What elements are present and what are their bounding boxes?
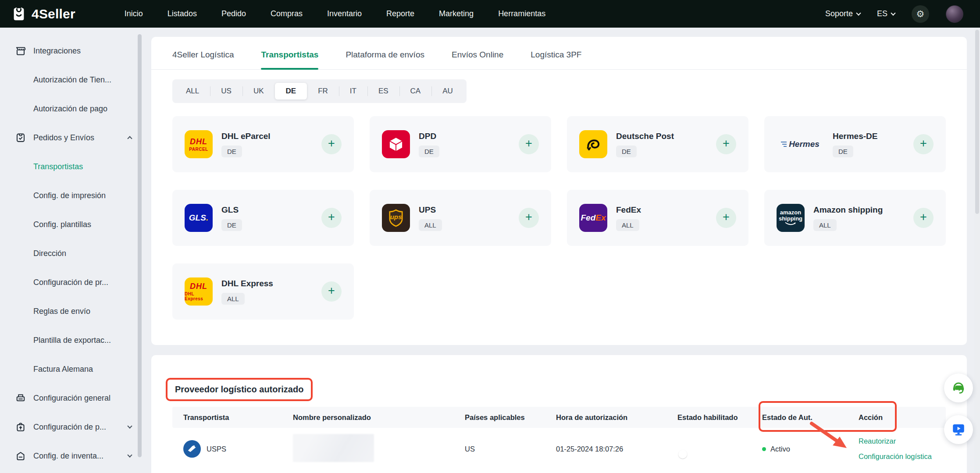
sidebar-item-config-impresion[interactable]: Config. de impresión [0,181,145,210]
custom-name-cell [282,434,454,464]
sidebar: Integraciones Autorización de Tien... Au… [0,28,145,473]
carrier-country-tag: DE [221,146,242,157]
add-carrier-button[interactable]: + [716,134,736,154]
plus-icon: + [920,211,927,223]
filter-ca[interactable]: CA [399,83,432,100]
nav-item-herramientas[interactable]: Herramientas [498,9,545,18]
brand-name: 4Seller [32,7,75,21]
headset-chat-icon [951,380,966,396]
add-carrier-button[interactable]: + [913,208,934,228]
add-carrier-button[interactable]: + [519,208,539,228]
filter-au[interactable]: AU [431,83,464,100]
nav-item-inventario[interactable]: Inventario [327,9,362,18]
add-carrier-button[interactable]: + [519,134,539,154]
nav-item-compras[interactable]: Compras [271,9,303,18]
nav-item-pedido[interactable]: Pedido [221,9,246,18]
actions-cell: Reautorizar Configuración logística [848,434,946,464]
add-carrier-button[interactable]: + [321,281,342,302]
add-carrier-button[interactable]: + [321,134,342,154]
language-dropdown[interactable]: ES [877,9,895,18]
carrier-name: Amazon shipping [813,205,883,215]
chevron-down-icon [127,423,132,428]
filter-uk[interactable]: UK [242,83,275,100]
settings-button[interactable]: ⚙ [912,5,929,23]
carrier-card-dpd: DPD DE + [370,116,551,172]
sidebar-item-configuracion-productos[interactable]: Configuración de p... [0,413,145,441]
plus-icon: + [525,211,532,223]
carrier-name: GLS [221,205,242,215]
sidebar-scrollbar[interactable] [138,34,142,457]
chevron-up-icon [127,136,132,141]
dpd-parcel-icon [387,135,405,153]
add-carrier-button[interactable]: + [321,208,342,228]
logo-text: shipping [779,216,802,222]
table-header-row: Transportista Nombre personalizado Paíse… [172,407,946,428]
carrier-card-ups: ups UPS ALL + [370,190,551,246]
col-header-accion: Acción [848,413,946,422]
status-dot [762,447,766,451]
carrier-card-gls: GLS. GLS DE + [172,190,354,246]
sidebar-item-reglas-envio[interactable]: Reglas de envío [0,297,145,326]
nav-item-listados[interactable]: Listados [167,9,197,18]
filter-it[interactable]: IT [339,83,367,100]
brand-logo[interactable]: 4Seller [11,6,75,22]
page-scrollbar-thumb[interactable] [975,30,979,214]
logo-text: ups [382,213,410,220]
sidebar-item-autorizacion-tienda[interactable]: Autorización de Tien... [0,65,145,94]
main-nav: Inicio Listados Pedido Compras Inventari… [125,9,545,18]
sidebar-item-plantilla-exportacion[interactable]: Plantilla de exportac... [0,326,145,355]
sidebar-item-configuracion-general[interactable]: Configuración general [0,384,145,413]
carrier-name: DHL eParcel [221,132,271,141]
sidebar-item-pedidos-envios[interactable]: Pedidos y Envíos [0,123,145,152]
col-header-paises-aplicables: Países aplicables [454,413,545,422]
page-scrollbar[interactable] [974,28,980,473]
filter-es[interactable]: ES [367,83,399,100]
add-carrier-button[interactable]: + [913,134,934,154]
carrier-name: FedEx [616,205,641,215]
table-row: USPS US 01-25-2024 18:07:26 Activo Reaut… [172,428,946,470]
tab-plataforma-envios[interactable]: Plataforma de envíos [346,50,424,69]
filter-de[interactable]: DE [275,83,307,100]
sidebar-item-direccion[interactable]: Dirección [0,239,145,268]
carriers-panel: 4Seller Logística Transportistas Platafo… [151,37,967,345]
auth-time-cell: 01-25-2024 18:07:26 [545,445,666,453]
carrier-country-tag: ALL [221,293,245,305]
video-tutorial-fab[interactable] [944,415,973,444]
filter-all[interactable]: ALL [175,83,210,100]
sidebar-item-configuracion-pr[interactable]: Configuración de pr... [0,268,145,297]
countries-cell: US [454,445,545,453]
dhl-eparcel-logo: DHL PARCEL [185,130,213,158]
auth-status-cell: Activo [751,445,848,453]
user-avatar[interactable] [946,5,963,23]
logistics-config-link[interactable]: Configuración logística [859,449,946,464]
sidebar-item-transportistas[interactable]: Transportistas [0,152,145,181]
tab-envios-online[interactable]: Envíos Online [452,50,503,69]
support-chat-fab[interactable] [944,373,973,402]
nav-item-reporte[interactable]: Reporte [386,9,414,18]
sidebar-item-label: Transportistas [33,162,83,171]
carrier-name: Hermes-DE [833,132,877,141]
sidebar-item-autorizacion-pago[interactable]: Autorización de pago [0,94,145,123]
hermes-logo: Hermes [777,130,824,158]
col-header-estado-aut: Estado de Aut. [751,413,848,422]
carrier-country-tag: DE [419,146,439,157]
reauthorize-link[interactable]: Reautorizar [859,434,946,449]
sidebar-item-factura-alemana[interactable]: Factura Alemana [0,355,145,384]
filter-us[interactable]: US [210,83,242,100]
carrier-cell: USPS [172,440,282,458]
sidebar-item-integraciones[interactable]: Integraciones [0,36,145,65]
nav-item-marketing[interactable]: Marketing [439,9,474,18]
plus-icon: + [525,138,532,149]
dpd-logo [382,130,410,158]
tab-logistica-3pf[interactable]: Logística 3PF [531,50,581,69]
add-carrier-button[interactable]: + [716,208,736,228]
filter-fr[interactable]: FR [307,83,339,100]
carrier-card-amazon-shipping: amazon shipping Amazon shipping ALL + [764,190,946,246]
tab-4seller-logistica[interactable]: 4Seller Logística [172,50,234,69]
sidebar-item-config-inventario[interactable]: Config. de inventa... [0,441,145,470]
nav-item-inicio[interactable]: Inicio [125,9,143,18]
sidebar-item-config-plantillas[interactable]: Config. plantillas [0,210,145,239]
deutsche-post-logo [579,130,607,158]
tab-transportistas[interactable]: Transportistas [261,50,318,69]
support-dropdown[interactable]: Soporte [825,9,860,18]
